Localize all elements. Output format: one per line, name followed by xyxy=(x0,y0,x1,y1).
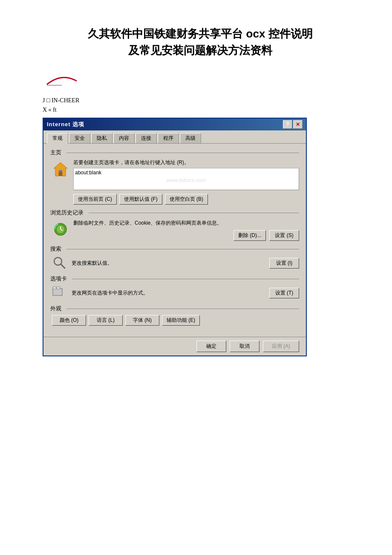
svg-line-9 xyxy=(61,264,65,268)
tab-bar: 常规 安全 隐私 内容 连接 程序 高级 xyxy=(43,130,306,144)
home-icon xyxy=(52,161,69,178)
homepage-textarea[interactable] xyxy=(73,168,299,190)
homepage-description: 若要创建主页选项卡，请在各地址行键入地址 (R)。 xyxy=(73,159,299,166)
svg-rect-10 xyxy=(53,289,62,295)
search-settings-button[interactable]: 设置 (I) xyxy=(269,258,299,269)
use-blank-button[interactable]: 使用空白页 (B) xyxy=(165,194,208,205)
language-button[interactable]: 语言 (L) xyxy=(89,315,123,326)
history-description: 删除临时文件、历史记录、Cookie、保存的密码和网页表单信息。 xyxy=(73,219,299,227)
dialog-titlebar: Internet 选项 ? ✕ xyxy=(43,119,306,130)
internet-options-dialog: Internet 选项 ? ✕ 常规 安全 隐私 内容 连接 程序 高级 主页 xyxy=(43,118,307,356)
use-current-button[interactable]: 使用当前页 (C) xyxy=(73,194,117,205)
tabs-divider xyxy=(72,279,299,279)
delete-button[interactable]: 删除 (D)... xyxy=(233,230,266,241)
tabs-description: 更改网页在选项卡中显示的方式。 xyxy=(72,289,148,297)
apply-button[interactable]: 应用 (A) xyxy=(263,341,299,352)
search-section: 搜索 更改搜索默认值。 设置 (I) xyxy=(50,245,299,271)
tabs-icon xyxy=(52,285,67,301)
search-icon xyxy=(52,255,67,271)
tab-content[interactable]: 内容 xyxy=(113,133,135,143)
fonts-button[interactable]: 字体 (N) xyxy=(125,315,159,326)
dialog-footer: 确定 取消 应用 (A) xyxy=(43,337,306,356)
appearance-divider xyxy=(66,309,299,309)
svg-rect-3 xyxy=(59,170,62,172)
homepage-label: 主页 xyxy=(50,149,61,156)
homepage-section: 主页 若要创建主页选项卡，请在各地址行键入地址 (R)。 xyxy=(50,149,299,205)
tab-advanced[interactable]: 高级 xyxy=(180,133,201,143)
colors-button[interactable]: 颜色 (O) xyxy=(52,315,86,326)
subtitle-1: J □ IN-CHEER xyxy=(43,97,358,104)
tabs-section: 选项卡 更改网页在选项卡中显示的方式。 xyxy=(50,275,299,301)
tab-programs[interactable]: 程序 xyxy=(158,133,179,143)
history-divider xyxy=(89,213,299,213)
tab-privacy[interactable]: 隐私 xyxy=(91,133,112,143)
tabs-settings-button[interactable]: 设置 (T) xyxy=(269,288,299,298)
search-divider xyxy=(66,249,299,249)
accessibility-button[interactable]: 辅助功能 (E) xyxy=(162,315,200,326)
use-default-button[interactable]: 使用默认值 (F) xyxy=(119,194,162,205)
svg-rect-2 xyxy=(59,172,62,176)
search-description: 更改搜索默认值。 xyxy=(72,260,112,267)
homepage-divider xyxy=(66,153,299,153)
close-button[interactable]: ✕ xyxy=(293,120,303,129)
logo xyxy=(43,72,358,90)
appearance-section: 外观 颜色 (O) 语言 (L) 字体 (N) 辅助功能 (E) xyxy=(50,305,299,326)
subtitle-2: X « ft xyxy=(43,107,358,113)
dialog-title: Internet 选项 xyxy=(47,121,84,128)
history-icon xyxy=(52,221,69,238)
svg-rect-12 xyxy=(57,287,60,289)
dialog-content: 主页 若要创建主页选项卡，请在各地址行键入地址 (R)。 xyxy=(43,144,306,337)
history-buttons: 删除 (D)... 设置 (S) xyxy=(73,230,299,241)
history-label: 浏览历史记录 xyxy=(50,209,84,217)
tab-security[interactable]: 安全 xyxy=(69,133,90,143)
search-label: 搜索 xyxy=(50,245,61,253)
ok-button[interactable]: 确定 xyxy=(196,341,226,352)
history-section: 浏览历史记录 删除临时文件、 xyxy=(50,209,299,241)
history-settings-button[interactable]: 设置 (S) xyxy=(269,230,299,241)
homepage-buttons: 使用当前页 (C) 使用默认值 (F) 使用空白页 (B) xyxy=(73,194,299,205)
help-button[interactable]: ? xyxy=(283,120,292,129)
cancel-button[interactable]: 取消 xyxy=(230,341,259,352)
appearance-label: 外观 xyxy=(50,305,61,312)
svg-rect-11 xyxy=(53,287,56,289)
tabs-label: 选项卡 xyxy=(50,275,67,283)
page-title: 久其软件中国铁建财务共享平台 ocx 控件说明 及常见安装问题解决方法资料 xyxy=(43,26,358,59)
tab-general[interactable]: 常规 xyxy=(47,133,68,144)
tab-connections[interactable]: 连接 xyxy=(135,133,157,143)
appearance-buttons: 颜色 (O) 语言 (L) 字体 (N) 辅助功能 (E) xyxy=(50,315,299,326)
titlebar-buttons: ? ✕ xyxy=(283,120,303,129)
